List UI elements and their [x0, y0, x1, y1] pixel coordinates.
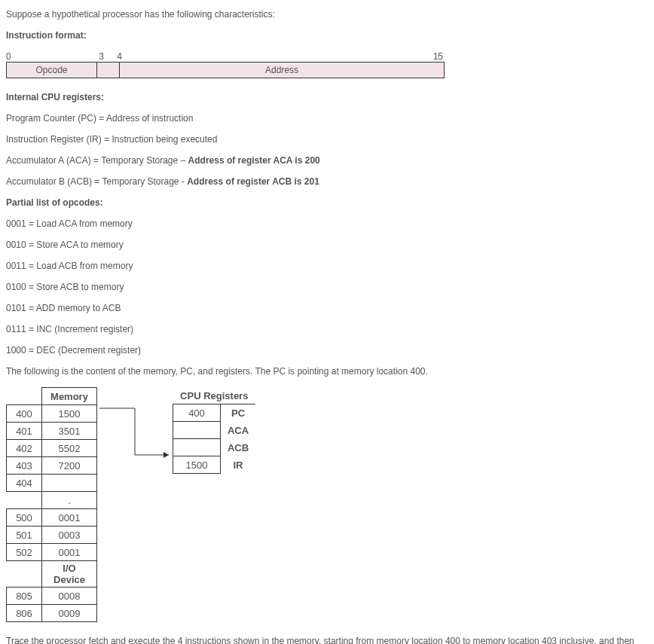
cpu-aca-val [173, 422, 221, 439]
opcode-2: 0010 = Store ACA to memory [6, 240, 648, 250]
io-addr: 806 [7, 605, 42, 622]
mem-addr: 403 [7, 457, 42, 475]
opcode-7: 1000 = DEC (Decrement register) [6, 345, 648, 356]
mem-val: 1500 [42, 405, 97, 423]
mem-addr: 502 [7, 544, 42, 561]
opcode-3: 0011 = Load ACB from memory [6, 261, 648, 271]
content-intro: The following is the content of the memo… [6, 366, 648, 377]
memory-diagram: Memory 4001500 4013501 4025502 4037200 4… [6, 387, 648, 622]
reg-pc: Program Counter (PC) = Address of instru… [6, 113, 648, 124]
reg-acb: Accumulator B (ACB) = Temporary Storage … [6, 176, 648, 187]
bit-label-4: 4 [104, 51, 122, 62]
bit-label-3: 3 [24, 51, 104, 62]
cpu-registers-table: CPU Registers 400PC ACA ACB 1500IR [173, 387, 255, 474]
cpu-aca-label: ACA [221, 422, 256, 439]
memory-table: Memory 4001500 4013501 4025502 4037200 4… [6, 387, 97, 622]
bit-label-15: 15 [122, 51, 443, 62]
mem-val: 0001 [42, 544, 97, 561]
mem-val: 0001 [42, 509, 97, 526]
mem-addr: 401 [7, 423, 42, 440]
mem-addr: 402 [7, 440, 42, 457]
opcode-6: 0111 = INC (Increment register) [6, 324, 648, 334]
bit-label-0: 0 [6, 51, 24, 62]
cpu-pc-label: PC [221, 404, 256, 422]
io-header: I/O Device [42, 561, 97, 588]
opcode-1: 0001 = Load ACA from memory [6, 218, 648, 229]
mem-addr: 404 [7, 475, 42, 492]
opcode-4: 0100 = Store ACB to memory [6, 282, 648, 292]
instruction-format-diagram: 0 3 4 15 Opcode Address [6, 51, 648, 78]
cpu-ir-label: IR [221, 456, 256, 474]
mem-val: 7200 [42, 457, 97, 475]
mem-addr: 500 [7, 509, 42, 526]
svg-marker-0 [164, 452, 169, 458]
opcode-5: 0101 = ADD memory to ACB [6, 303, 648, 313]
cpu-ir-val: 1500 [173, 456, 221, 474]
mem-val: 5502 [42, 440, 97, 457]
io-addr: 805 [7, 588, 42, 605]
cpu-acb-val [173, 439, 221, 456]
opcodes-header: Partial list of opcodes: [6, 197, 648, 208]
intro-text: Suppose a hypothetical processor has the… [6, 9, 648, 20]
cpu-acb-label: ACB [221, 439, 256, 456]
arrow-connector [97, 387, 173, 622]
mem-addr: 501 [7, 526, 42, 544]
memory-header: Memory [42, 388, 97, 405]
cpu-pc-val: 400 [173, 404, 221, 422]
gap-field [97, 63, 120, 78]
question-trace: Trace the processor fetch and execute th… [6, 636, 648, 644]
io-val: 0009 [42, 605, 97, 622]
registers-header: Internal CPU registers: [6, 92, 648, 102]
mem-addr: 400 [7, 405, 42, 423]
mem-val [42, 475, 97, 492]
reg-aca: Accumulator A (ACA) = Temporary Storage … [6, 155, 648, 166]
opcode-field: Opcode [7, 63, 97, 78]
reg-ir: Instruction Register (IR) = Instruction … [6, 134, 648, 145]
instruction-format-label: Instruction format: [6, 30, 648, 41]
io-val: 0008 [42, 588, 97, 605]
mem-dot: . [42, 492, 97, 509]
address-field: Address [120, 63, 444, 78]
mem-val: 3501 [42, 423, 97, 440]
cpu-header: CPU Registers [173, 387, 256, 404]
mem-val: 0003 [42, 526, 97, 544]
